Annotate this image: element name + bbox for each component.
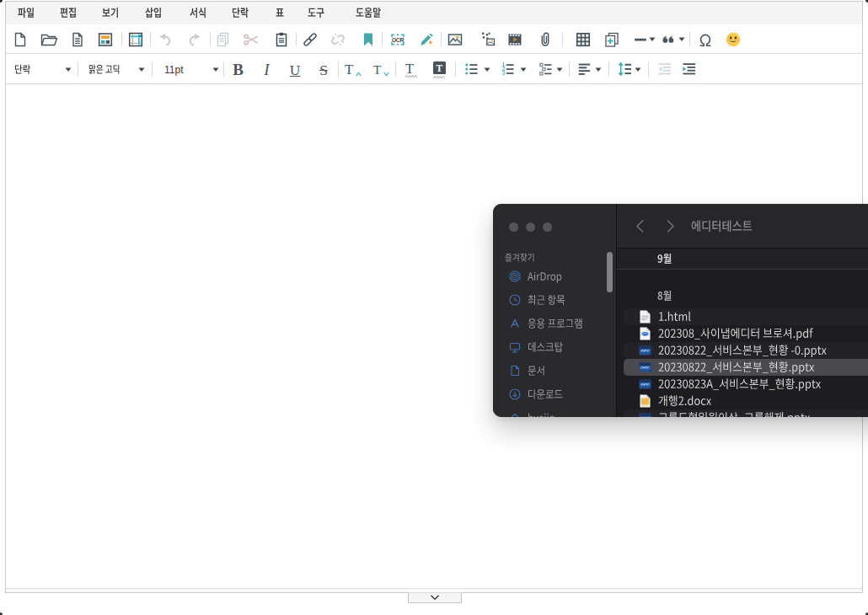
svg-text:OCR: OCR bbox=[391, 36, 404, 42]
